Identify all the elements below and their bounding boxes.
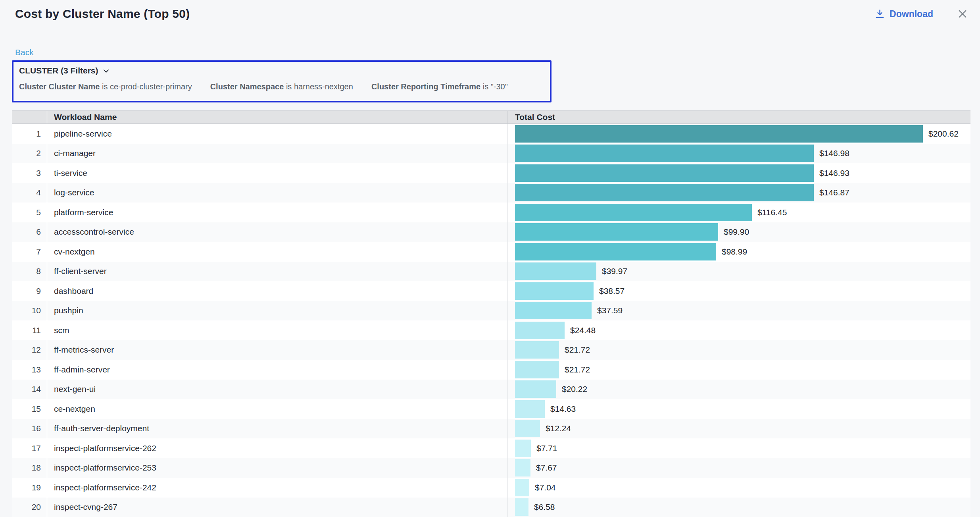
- cost-value-label: $146.98: [819, 149, 849, 158]
- cost-bar: [515, 145, 814, 162]
- filter-item[interactable]: Cluster Namespace is harness-nextgen: [210, 82, 353, 91]
- cost-bar: [515, 282, 594, 300]
- cost-value-label: $99.90: [724, 227, 749, 237]
- rank-cell: 16: [12, 419, 47, 439]
- cost-bar: [515, 184, 814, 201]
- rank-cell: 8: [12, 262, 47, 282]
- table-row: 20inspect-cvng-267$6.58: [12, 498, 970, 517]
- table-row: 12ff-metrics-server$21.72: [12, 340, 970, 360]
- workload-name-cell: scm: [47, 320, 507, 340]
- table-row: 4log-service$146.87: [12, 183, 970, 203]
- dialog-header: Cost by Cluster Name (Top 50) Download: [15, 7, 968, 21]
- total-cost-cell: $21.72: [507, 340, 970, 360]
- chevron-down-icon: [102, 67, 110, 75]
- filter-field: Cluster Namespace: [210, 82, 284, 91]
- table-row: 19inspect-platformservice-242$7.04: [12, 478, 970, 498]
- filter-item[interactable]: Cluster Reporting Timeframe is "-30": [371, 82, 508, 91]
- table-header-row: Workload Name Total Cost: [12, 110, 970, 124]
- table-row: 10pushpin$37.59: [12, 301, 970, 321]
- workload-name-cell: log-service: [47, 183, 507, 203]
- total-cost-cell: $200.62: [507, 124, 970, 144]
- page-title: Cost by Cluster Name (Top 50): [15, 7, 190, 21]
- filter-field: Cluster Cluster Name: [19, 82, 100, 91]
- cost-bar: [515, 440, 531, 457]
- total-cost-cell: $6.58: [507, 498, 970, 517]
- total-cost-cell: $21.72: [507, 360, 970, 380]
- cost-value-label: $12.24: [546, 424, 571, 433]
- table-row: 3ti-service$146.93: [12, 163, 970, 183]
- cost-value-label: $21.72: [565, 345, 590, 355]
- cost-value-label: $14.63: [550, 404, 576, 414]
- table-body: 1pipeline-service$200.622ci-manager$146.…: [12, 124, 970, 517]
- total-cost-cell: $146.98: [507, 144, 970, 164]
- filter-item[interactable]: Cluster Cluster Name is ce-prod-cluster-…: [19, 82, 192, 91]
- back-link[interactable]: Back: [15, 48, 34, 57]
- total-cost-cell: $7.71: [507, 438, 970, 458]
- workload-name-cell: ce-nextgen: [47, 399, 507, 419]
- rank-cell: 17: [12, 438, 47, 458]
- rank-cell: 2: [12, 144, 47, 164]
- cost-value-label: $38.57: [599, 286, 625, 296]
- filter-panel-toggle[interactable]: CLUSTER (3 Filters): [19, 66, 110, 75]
- filter-panel-title: CLUSTER (3 Filters): [19, 66, 98, 75]
- cost-value-label: $116.45: [757, 208, 787, 217]
- rank-cell: 5: [12, 203, 47, 222]
- table-row: 5platform-service$116.45: [12, 203, 970, 222]
- total-cost-cell: $12.24: [507, 419, 970, 439]
- filter-condition: is "-30": [480, 82, 508, 91]
- rank-cell: 3: [12, 163, 47, 183]
- filter-field: Cluster Reporting Timeframe: [371, 82, 480, 91]
- cost-bar: [515, 400, 545, 418]
- close-button[interactable]: [957, 8, 968, 19]
- table-row: 17inspect-platformservice-262$7.71: [12, 438, 970, 458]
- workload-name-cell: next-gen-ui: [47, 380, 507, 399]
- table-row: 16ff-auth-server-deployment$12.24: [12, 419, 970, 439]
- workload-name-cell: inspect-platformservice-262: [47, 438, 507, 458]
- filter-condition: is ce-prod-cluster-primary: [100, 82, 192, 91]
- cost-value-label: $21.72: [565, 365, 590, 374]
- total-cost-cell: $146.93: [507, 163, 970, 183]
- total-cost-cell: $38.57: [507, 281, 970, 301]
- cluster-filter-panel: CLUSTER (3 Filters) Cluster Cluster Name…: [12, 60, 551, 102]
- rank-cell: 12: [12, 340, 47, 360]
- cost-value-label: $98.99: [722, 247, 747, 257]
- total-cost-cell: $98.99: [507, 242, 970, 262]
- cost-value-label: $37.59: [597, 306, 623, 315]
- table-row: 9dashboard$38.57: [12, 281, 970, 301]
- download-button[interactable]: Download: [874, 9, 933, 19]
- workload-name-cell: inspect-platformservice-253: [47, 458, 507, 478]
- rank-cell: 6: [12, 222, 47, 242]
- cost-bar: [515, 459, 530, 476]
- cost-bar: [515, 125, 923, 143]
- table-row: 2ci-manager$146.98: [12, 144, 970, 164]
- cost-value-label: $146.87: [819, 188, 849, 197]
- rank-cell: 11: [12, 320, 47, 340]
- table-row: 1pipeline-service$200.62: [12, 124, 970, 144]
- cost-table: Workload Name Total Cost 1pipeline-servi…: [12, 110, 970, 517]
- total-cost-cell: $24.48: [507, 320, 970, 340]
- cost-bar: [515, 223, 718, 241]
- total-cost-cell: $116.45: [507, 203, 970, 222]
- rank-cell: 9: [12, 281, 47, 301]
- total-cost-cell: $20.22: [507, 380, 970, 399]
- table-row: 14next-gen-ui$20.22: [12, 380, 970, 399]
- cost-bar: [515, 498, 528, 516]
- workload-name-cell: inspect-platformservice-242: [47, 478, 507, 498]
- cost-bar: [515, 262, 596, 280]
- rank-cell: 20: [12, 498, 47, 517]
- cost-value-label: $7.04: [535, 483, 556, 492]
- filter-list: Cluster Cluster Name is ce-prod-cluster-…: [19, 82, 550, 91]
- rank-cell: 19: [12, 478, 47, 498]
- cost-value-label: $200.62: [928, 129, 959, 139]
- rank-cell: 14: [12, 380, 47, 399]
- rank-cell: 7: [12, 242, 47, 262]
- total-cost-column-header: Total Cost: [507, 111, 970, 123]
- rank-cell: 1: [12, 124, 47, 144]
- total-cost-cell: $39.97: [507, 262, 970, 282]
- cost-bar: [515, 243, 716, 260]
- workload-name-cell: dashboard: [47, 281, 507, 301]
- workload-name-cell: ci-manager: [47, 144, 507, 164]
- workload-name-cell: cv-nextgen: [47, 242, 507, 262]
- workload-name-column-header: Workload Name: [47, 111, 507, 123]
- workload-name-cell: ff-client-server: [47, 262, 507, 282]
